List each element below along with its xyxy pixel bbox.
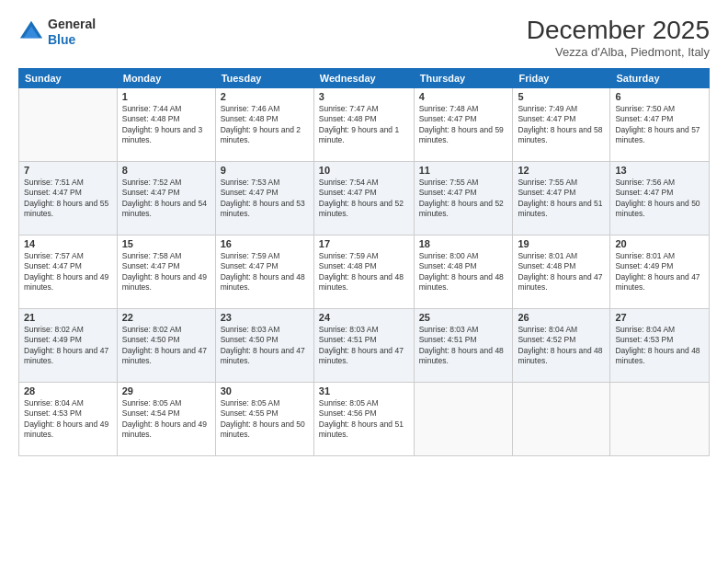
calendar-week-1: 1Sunrise: 7:44 AMSunset: 4:48 PMDaylight… (19, 87, 710, 161)
col-wednesday: Wednesday (313, 68, 414, 87)
day-number: 26 (518, 312, 605, 323)
day-number: 11 (419, 165, 508, 176)
table-row: 11Sunrise: 7:55 AMSunset: 4:47 PMDayligh… (414, 161, 513, 235)
table-row (610, 382, 710, 455)
table-row (414, 382, 513, 455)
location-subtitle: Vezza d'Alba, Piedmont, Italy (527, 45, 710, 59)
day-info: Sunrise: 7:44 AMSunset: 4:48 PMDaylight:… (122, 104, 210, 146)
table-row: 2Sunrise: 7:46 AMSunset: 4:48 PMDaylight… (215, 87, 313, 161)
day-number: 27 (615, 312, 704, 323)
col-monday: Monday (117, 68, 215, 87)
day-info: Sunrise: 8:05 AMSunset: 4:56 PMDaylight:… (319, 398, 409, 441)
table-row (19, 87, 118, 161)
day-number: 10 (319, 165, 409, 176)
table-row: 22Sunrise: 8:02 AMSunset: 4:50 PMDayligh… (117, 308, 215, 382)
table-row: 25Sunrise: 8:03 AMSunset: 4:51 PMDayligh… (414, 308, 513, 382)
day-info: Sunrise: 7:47 AMSunset: 4:48 PMDaylight:… (319, 104, 409, 146)
table-row: 20Sunrise: 8:01 AMSunset: 4:49 PMDayligh… (610, 235, 710, 308)
table-row: 9Sunrise: 7:53 AMSunset: 4:47 PMDaylight… (215, 161, 313, 235)
table-row: 14Sunrise: 7:57 AMSunset: 4:47 PMDayligh… (19, 235, 118, 308)
day-number: 8 (122, 165, 210, 176)
day-number: 30 (221, 385, 309, 396)
table-row (513, 382, 610, 455)
day-number: 5 (518, 91, 605, 102)
day-number: 20 (615, 238, 704, 249)
day-info: Sunrise: 7:58 AMSunset: 4:47 PMDaylight:… (122, 251, 210, 293)
day-number: 3 (319, 91, 409, 102)
day-number: 23 (221, 312, 309, 323)
day-number: 14 (24, 238, 112, 249)
day-number: 24 (319, 312, 409, 323)
table-row: 29Sunrise: 8:05 AMSunset: 4:54 PMDayligh… (117, 382, 215, 455)
page: General Blue December 2025 Vezza d'Alba,… (0, 0, 728, 563)
table-row: 3Sunrise: 7:47 AMSunset: 4:48 PMDaylight… (313, 87, 414, 161)
table-row: 6Sunrise: 7:50 AMSunset: 4:47 PMDaylight… (610, 87, 710, 161)
table-row: 4Sunrise: 7:48 AMSunset: 4:47 PMDaylight… (414, 87, 513, 161)
col-thursday: Thursday (414, 68, 513, 87)
day-info: Sunrise: 7:54 AMSunset: 4:47 PMDaylight:… (319, 178, 409, 220)
day-number: 21 (24, 312, 112, 323)
table-row: 17Sunrise: 7:59 AMSunset: 4:48 PMDayligh… (313, 235, 414, 308)
day-info: Sunrise: 7:49 AMSunset: 4:47 PMDaylight:… (518, 104, 605, 146)
calendar-week-2: 7Sunrise: 7:51 AMSunset: 4:47 PMDaylight… (19, 161, 710, 235)
day-number: 6 (615, 91, 704, 102)
title-block: December 2025 Vezza d'Alba, Piedmont, It… (527, 17, 710, 59)
header-row: Sunday Monday Tuesday Wednesday Thursday… (19, 68, 710, 87)
table-row: 24Sunrise: 8:03 AMSunset: 4:51 PMDayligh… (313, 308, 414, 382)
table-row: 7Sunrise: 7:51 AMSunset: 4:47 PMDaylight… (19, 161, 118, 235)
table-row: 21Sunrise: 8:02 AMSunset: 4:49 PMDayligh… (19, 308, 118, 382)
col-friday: Friday (513, 68, 610, 87)
col-tuesday: Tuesday (215, 68, 313, 87)
day-number: 4 (419, 91, 508, 102)
col-saturday: Saturday (610, 68, 710, 87)
day-info: Sunrise: 7:52 AMSunset: 4:47 PMDaylight:… (122, 178, 210, 220)
day-info: Sunrise: 8:04 AMSunset: 4:53 PMDaylight:… (24, 398, 112, 441)
day-number: 15 (122, 238, 210, 249)
month-title: December 2025 (527, 17, 710, 45)
table-row: 1Sunrise: 7:44 AMSunset: 4:48 PMDaylight… (117, 87, 215, 161)
calendar-table: Sunday Monday Tuesday Wednesday Thursday… (18, 68, 710, 456)
day-info: Sunrise: 8:02 AMSunset: 4:49 PMDaylight:… (24, 325, 112, 367)
table-row: 28Sunrise: 8:04 AMSunset: 4:53 PMDayligh… (19, 382, 118, 455)
day-info: Sunrise: 8:05 AMSunset: 4:54 PMDaylight:… (122, 398, 210, 441)
day-number: 7 (24, 165, 112, 176)
day-info: Sunrise: 7:55 AMSunset: 4:47 PMDaylight:… (419, 178, 508, 220)
day-info: Sunrise: 7:59 AMSunset: 4:48 PMDaylight:… (319, 251, 409, 293)
day-info: Sunrise: 7:50 AMSunset: 4:47 PMDaylight:… (615, 104, 704, 146)
day-info: Sunrise: 7:53 AMSunset: 4:47 PMDaylight:… (221, 178, 309, 220)
calendar-week-4: 21Sunrise: 8:02 AMSunset: 4:49 PMDayligh… (19, 308, 710, 382)
calendar-week-3: 14Sunrise: 7:57 AMSunset: 4:47 PMDayligh… (19, 235, 710, 308)
table-row: 16Sunrise: 7:59 AMSunset: 4:47 PMDayligh… (215, 235, 313, 308)
logo-blue: Blue (48, 32, 75, 47)
day-info: Sunrise: 7:55 AMSunset: 4:47 PMDaylight:… (518, 178, 605, 220)
day-number: 9 (221, 165, 309, 176)
table-row: 18Sunrise: 8:00 AMSunset: 4:48 PMDayligh… (414, 235, 513, 308)
logo-text: General Blue (48, 17, 96, 48)
day-number: 28 (24, 385, 112, 396)
day-info: Sunrise: 8:05 AMSunset: 4:55 PMDaylight:… (221, 398, 309, 441)
day-info: Sunrise: 7:59 AMSunset: 4:47 PMDaylight:… (221, 251, 309, 293)
day-info: Sunrise: 8:03 AMSunset: 4:51 PMDaylight:… (419, 325, 508, 367)
table-row: 23Sunrise: 8:03 AMSunset: 4:50 PMDayligh… (215, 308, 313, 382)
logo-general: General (48, 17, 96, 31)
day-number: 19 (518, 238, 605, 249)
table-row: 12Sunrise: 7:55 AMSunset: 4:47 PMDayligh… (513, 161, 610, 235)
logo-icon (18, 19, 44, 45)
day-number: 31 (319, 385, 409, 396)
day-number: 1 (122, 91, 210, 102)
day-number: 29 (122, 385, 210, 396)
day-info: Sunrise: 8:01 AMSunset: 4:48 PMDaylight:… (518, 251, 605, 293)
table-row: 30Sunrise: 8:05 AMSunset: 4:55 PMDayligh… (215, 382, 313, 455)
day-info: Sunrise: 8:04 AMSunset: 4:52 PMDaylight:… (518, 325, 605, 367)
day-number: 16 (221, 238, 309, 249)
table-row: 8Sunrise: 7:52 AMSunset: 4:47 PMDaylight… (117, 161, 215, 235)
col-sunday: Sunday (19, 68, 118, 87)
day-info: Sunrise: 7:46 AMSunset: 4:48 PMDaylight:… (221, 104, 309, 146)
day-number: 17 (319, 238, 409, 249)
calendar-week-5: 28Sunrise: 8:04 AMSunset: 4:53 PMDayligh… (19, 382, 710, 455)
day-info: Sunrise: 8:03 AMSunset: 4:50 PMDaylight:… (221, 325, 309, 367)
table-row: 15Sunrise: 7:58 AMSunset: 4:47 PMDayligh… (117, 235, 215, 308)
day-number: 22 (122, 312, 210, 323)
table-row: 31Sunrise: 8:05 AMSunset: 4:56 PMDayligh… (313, 382, 414, 455)
day-number: 12 (518, 165, 605, 176)
